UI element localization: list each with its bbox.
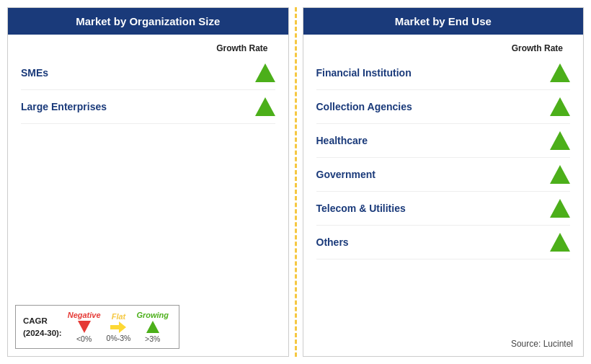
legend-box: CAGR (2024-30): Negative <0% Flat 0%-3% (15, 305, 179, 349)
legend-negative-value: <0% (76, 334, 92, 343)
government-label: Government (316, 169, 376, 180)
source-label: Source: Lucintel (511, 339, 573, 349)
right-panel: Market by End Use Growth Rate Financial … (303, 7, 585, 357)
left-growth-rate-label: Growth Rate (21, 43, 275, 53)
list-item: Others (316, 226, 571, 259)
list-item: SMEs (21, 56, 275, 90)
list-item: Healthcare (316, 124, 571, 158)
left-panel-body: Growth Rate SMEs Large Enterprises CAGR … (8, 35, 288, 356)
left-panel: Market by Organization Size Growth Rate … (7, 7, 289, 357)
legend-growing-label: Growing (136, 311, 169, 319)
up-arrow-icon (550, 199, 570, 218)
up-arrow-icon (550, 165, 570, 184)
list-item: Collection Agencies (316, 90, 571, 124)
legend-flat-value: 0%-3% (107, 334, 131, 342)
up-arrow-icon (255, 97, 275, 116)
legend-growing-value: >3% (145, 334, 160, 343)
list-item: Telecom & Utilities (316, 192, 571, 226)
right-panel-header: Market by End Use (303, 8, 584, 35)
up-arrow-icon (550, 131, 570, 150)
smes-label: SMEs (21, 67, 48, 79)
legend-flat-label: Flat (112, 312, 126, 321)
legend-title: CAGR (2024-30): (23, 315, 62, 338)
dashed-divider (295, 7, 297, 357)
main-container: Market by Organization Size Growth Rate … (7, 7, 584, 357)
left-panel-header: Market by Organization Size (8, 8, 288, 35)
others-label: Others (316, 236, 349, 248)
legend-item-flat: Flat 0%-3% (107, 312, 131, 342)
financial-institution-label: Financial Institution (316, 67, 412, 79)
telecom-utilities-label: Telecom & Utilities (316, 203, 406, 214)
large-enterprises-label: Large Enterprises (21, 101, 107, 112)
list-item: Financial Institution (316, 56, 571, 90)
left-panel-title: Market by Organization Size (76, 15, 220, 27)
right-growth-rate-label: Growth Rate (316, 43, 571, 53)
list-item: Government (316, 158, 571, 192)
up-arrow-icon (550, 63, 570, 82)
legend-negative-label: Negative (68, 311, 101, 319)
up-arrow-icon (255, 63, 275, 82)
flat-arrow-sm-icon (110, 322, 126, 332)
healthcare-label: Healthcare (316, 135, 368, 146)
up-arrow-sm-icon (146, 321, 159, 333)
up-arrow-icon (550, 97, 570, 116)
legend-item-negative: Negative <0% (68, 311, 101, 343)
list-item: Large Enterprises (21, 90, 275, 124)
right-panel-title: Market by End Use (395, 15, 492, 27)
right-panel-body: Growth Rate Financial Institution Collec… (303, 35, 584, 356)
up-arrow-icon (550, 233, 570, 252)
down-arrow-sm-icon (78, 321, 91, 333)
collection-agencies-label: Collection Agencies (316, 101, 412, 112)
legend-item-growing: Growing >3% (136, 311, 169, 343)
